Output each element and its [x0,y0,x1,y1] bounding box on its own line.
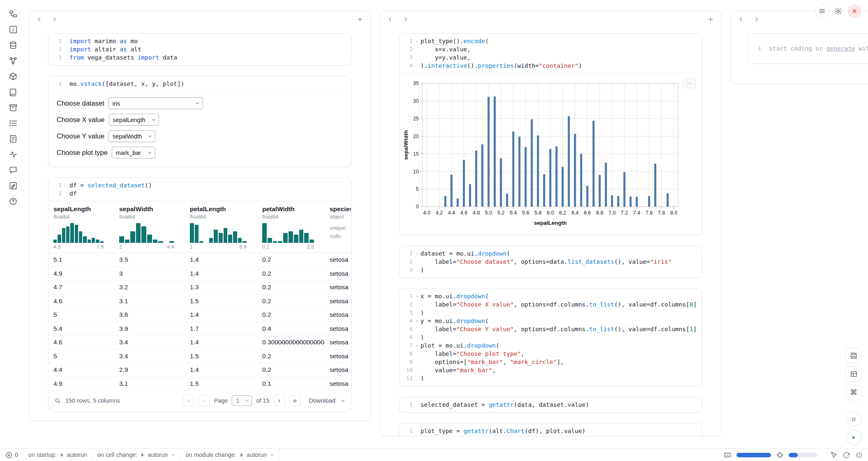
generate-link[interactable]: generate [826,45,855,52]
command-palette-button[interactable]: ⌘ [846,385,861,400]
plot-type-select[interactable]: mark_bar [112,147,155,159]
table-cell: 1.5 [185,350,257,363]
column-header[interactable]: sepalLengthfloat64 [48,205,114,220]
outline-icon[interactable] [8,118,18,128]
next-page-button[interactable]: › [274,395,285,406]
on-cell-change-chip[interactable]: on cell change: autorun [92,449,180,461]
table-row[interactable]: 53.61.40.2setosa [48,308,351,322]
table-cell: 1.5 [185,295,257,308]
table-cell: setosa [325,322,351,336]
fold-gutter [62,80,69,88]
table-row[interactable]: 4.93.11.50.1setosa [48,377,351,391]
table-cell: 5.1 [48,253,114,267]
download-button[interactable]: Download [309,397,346,404]
prev-page-button[interactable]: ‹ [199,395,210,406]
column-header[interactable]: petalLengthfloat64 [185,205,257,220]
layout-button[interactable] [846,366,861,382]
column-back-button[interactable] [738,16,745,23]
code-text: ) [420,374,424,383]
fold-gutter [62,181,69,189]
line-number: 10 [399,366,413,374]
column-forward-button[interactable] [402,16,409,23]
line-number: 9 [399,358,413,366]
variables-icon[interactable]: f [8,25,18,35]
file-explorer-icon[interactable] [8,9,18,19]
table-footer: 150 rows, 5 columns « ‹ Page 1 of 15 › »… [48,391,351,411]
stop-button[interactable] [846,412,861,427]
archive-icon[interactable] [8,103,18,113]
code-editor[interactable]: 1plot_type = getattr(alt.Chart(df), plot… [399,424,702,436]
x-value-select[interactable]: sepalLength [109,114,159,126]
column-forward-button[interactable] [753,16,760,23]
column-header[interactable]: speciesobject [325,205,351,220]
on-module-change-chip[interactable]: on module change: autorun [180,449,280,461]
code-editor[interactable]: 1import marimo as mo2import altair as al… [48,34,351,65]
table-row[interactable]: 4.63.11.50.2setosa [48,295,351,309]
documentation-icon[interactable] [8,87,18,97]
search-icon[interactable] [54,397,61,404]
add-cell-button[interactable] [707,16,714,23]
fold-gutter [413,62,420,70]
table-row[interactable]: 4.931.40.2setosa [48,267,351,281]
table-row[interactable]: 4.63.41.40.30000000000000004setosa [48,336,351,350]
fold-chevron-icon[interactable]: ▾ [413,317,420,325]
chat-icon[interactable] [8,165,18,175]
column-back-button[interactable] [36,16,43,23]
chart-actions-button[interactable]: ⋯ [683,78,696,88]
column-back-button[interactable] [387,16,394,23]
control-label: Choose plot type [57,149,108,157]
errors-indicator[interactable]: 0 [0,449,23,461]
code-editor[interactable]: 1mo.vstack([dataset, x, y, plot]) [48,76,351,91]
column-forward-button[interactable] [51,16,58,23]
code-cell-dataset-dropdown: 1▾dataset = mo.ui.dropdown(2 label="Choo… [399,246,702,278]
help-icon[interactable] [8,196,18,206]
cursor-icon[interactable] [830,451,838,459]
code-editor[interactable]: 1▾x = mo.ui.dropdown(2 label="Choose X v… [399,289,702,386]
scratchpad-icon[interactable] [8,181,18,191]
page-select[interactable]: 1 [232,395,252,406]
add-cell-button[interactable] [356,16,364,23]
fold-chevron-icon[interactable]: ▾ [413,341,420,350]
ai-editor-cell[interactable]: 1 Start coding or generate with AI [748,33,868,64]
keyboard-shortcuts-button[interactable] [724,451,732,459]
last-page-button[interactable]: » [289,395,301,406]
code-editor[interactable]: 1selected_dataset = getattr(data, datase… [399,397,702,412]
table-cell: 3.1 [114,377,185,391]
table-row[interactable]: 5.13.51.40.2setosa [48,253,351,267]
dataset-select[interactable]: iris [108,97,203,109]
packages-icon[interactable] [8,71,18,81]
on-startup-chip[interactable]: on startup: autorun [23,449,92,461]
notebook-menu-button[interactable] [815,4,829,18]
line-number: 1 [399,401,413,409]
close-button[interactable] [847,4,861,18]
first-page-button[interactable]: « [183,395,194,406]
fold-chevron-icon[interactable]: ▾ [413,292,420,300]
svg-text:6.4: 6.4 [571,210,578,216]
table-row[interactable]: 4.73.21.30.2setosa [48,281,351,295]
column-header[interactable]: petalWidthfloat64 [257,205,325,220]
save-button[interactable] [846,348,861,363]
code-editor[interactable]: 1df = selected_dataset()2df [48,178,351,201]
y-value-select[interactable]: sepalWidth [108,130,155,142]
table-cell: 4.6 [48,295,114,308]
code-editor[interactable]: 1▾plot_type().encode(2 x=x.value,3 y=y.v… [399,34,702,73]
code-editor[interactable]: 1▾dataset = mo.ui.dropdown(2 label="Choo… [399,246,702,277]
table-row[interactable]: 4.42.91.40.2setosa [48,363,351,377]
code-text: df [69,189,76,198]
fold-chevron-icon[interactable]: ▾ [413,37,420,45]
table-cell: 1.4 [185,253,257,267]
logs-icon[interactable] [8,134,18,144]
data-sources-icon[interactable] [8,40,18,50]
table-row[interactable]: 53.41.50.2setosa [48,350,351,364]
altair-chart[interactable]: 4.04.24.44.64.85.05.25.45.65.86.06.26.46… [402,79,702,230]
column-header[interactable]: sepalWidthfloat64 [114,205,185,220]
dependency-graph-icon[interactable] [8,56,18,66]
fold-chevron-icon[interactable]: ▾ [413,249,420,258]
table-cell: 3.1 [114,295,185,308]
refresh-icon[interactable] [843,451,850,459]
settings-button[interactable] [834,7,843,16]
run-button[interactable] [846,430,861,445]
table-row[interactable]: 5.43.91.70.4setosa [48,322,351,336]
power-icon[interactable] [855,451,863,459]
tracing-icon[interactable] [8,150,18,159]
